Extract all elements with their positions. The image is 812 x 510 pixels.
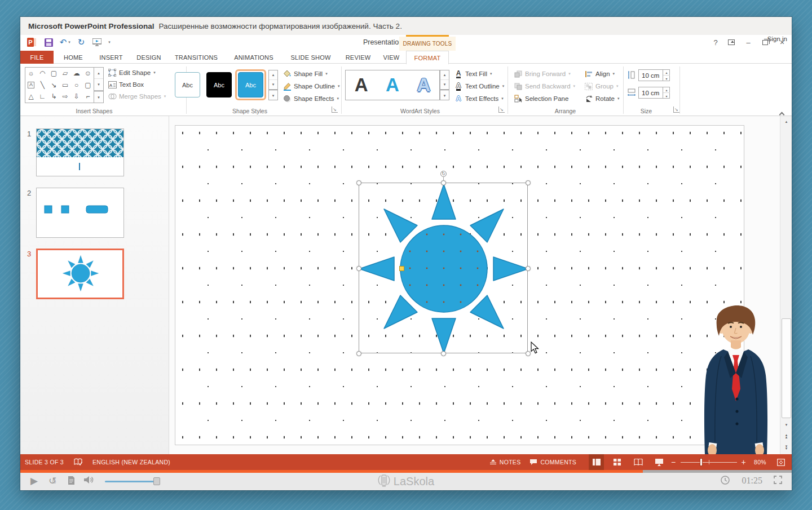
slide-2-thumbnail[interactable] — [36, 188, 124, 238]
notes-button[interactable]: NOTES — [485, 454, 526, 470]
tab-design[interactable]: DESIGN — [129, 51, 169, 64]
minimize-icon[interactable]: – — [742, 37, 754, 47]
resize-handle-w[interactable] — [356, 266, 361, 271]
shape-oval-icon[interactable]: ○ — [71, 79, 82, 91]
resize-handle-e[interactable] — [526, 266, 531, 271]
shape-parallelogram-icon[interactable]: ▱ — [59, 68, 70, 79]
selection-pane-button[interactable]: Selection Pane — [512, 93, 570, 104]
fullscreen-icon[interactable] — [774, 476, 782, 484]
shape-rounded-rect2-icon[interactable]: ▢ — [82, 79, 94, 91]
tab-review[interactable]: REVIEW — [338, 51, 378, 64]
resize-handle-se[interactable] — [526, 351, 531, 356]
adjustment-handle[interactable] — [399, 266, 404, 271]
zoom-slider[interactable] — [681, 454, 737, 470]
text-effects-button[interactable]: A Text Effects ▾ — [452, 93, 505, 104]
next-slide-icon[interactable]: ▾▾ — [782, 443, 791, 452]
text-fill-button[interactable]: A Text Fill ▾ — [452, 68, 494, 79]
shape-rounded-rectangle-icon[interactable]: ▢ — [48, 68, 59, 79]
slide-1-thumbnail[interactable] — [36, 128, 124, 176]
width-spin-up-icon[interactable]: ▴ — [663, 87, 670, 93]
zoom-level[interactable]: 80% — [747, 454, 773, 470]
spell-check-icon[interactable] — [68, 454, 88, 470]
zoom-slider-thumb[interactable] — [700, 458, 703, 466]
wordart-style-3[interactable]: A — [408, 70, 439, 100]
shape-triangle-icon[interactable]: △ — [25, 91, 37, 103]
shape-elbow-arrow-icon[interactable]: ↳ — [48, 91, 59, 103]
shape-style-thumb-1[interactable]: Abc — [175, 72, 200, 97]
shape-styles-scroll-down-icon[interactable]: ▾ — [269, 80, 277, 90]
tab-slide-show[interactable]: SLIDE SHOW — [284, 51, 338, 64]
comments-button[interactable]: COMMENTS — [525, 454, 581, 470]
shape-style-thumb-2[interactable]: Abc — [206, 72, 232, 97]
wordart-dialog-launcher-icon[interactable]: ↘ — [498, 107, 505, 113]
shape-textbox-icon[interactable]: A — [28, 82, 34, 88]
shape-outline-button[interactable]: Shape Outline ▾ — [281, 81, 341, 92]
tab-transitions[interactable]: TRANSITIONS — [169, 51, 224, 64]
resize-handle-sw[interactable] — [356, 351, 361, 356]
tab-animations[interactable]: ANIMATIONS — [224, 51, 284, 64]
gallery-scroll-up-icon[interactable]: ▴ — [94, 68, 103, 79]
slide-indicator[interactable]: SLIDE 3 OF 3 — [20, 454, 68, 470]
shape-styles-scroll-up-icon[interactable]: ▴ — [269, 70, 277, 80]
shape-effects-button[interactable]: Shape Effects ▾ — [281, 93, 341, 104]
shape-right-arrow-icon[interactable]: ⇨ — [59, 91, 70, 103]
shape-corner-icon[interactable]: ⌐ — [82, 91, 94, 103]
wordart-style-2[interactable]: A — [377, 70, 408, 100]
previous-slide-icon[interactable]: ▴▴ — [782, 432, 791, 441]
shape-down-arrow-icon[interactable]: ⇩ — [71, 91, 82, 103]
align-button[interactable]: Align ▾ — [582, 68, 616, 79]
width-spin-down-icon[interactable]: ▾ — [663, 93, 670, 99]
shape-fill-button[interactable]: Shape Fill ▾ — [281, 68, 329, 79]
tab-insert[interactable]: INSERT — [93, 51, 129, 64]
zoom-out-button[interactable]: − — [670, 458, 677, 467]
ribbon-display-options-icon[interactable] — [725, 37, 738, 47]
shape-smiley-icon[interactable]: ☺ — [82, 68, 94, 79]
gallery-more-icon[interactable]: ▾ — [94, 91, 103, 103]
shape-height-spinner[interactable]: ▴ ▾ — [663, 69, 670, 81]
shape-rectangle-icon[interactable]: ▭ — [59, 79, 70, 91]
edit-shape-button[interactable]: Edit Shape ▾ — [106, 67, 157, 78]
height-spin-down-icon[interactable]: ▾ — [663, 76, 670, 81]
slide-show-button[interactable] — [651, 454, 667, 470]
resize-handle-s[interactable] — [441, 351, 446, 356]
wordart-scroll-down-icon[interactable]: ▾ — [440, 80, 449, 90]
shape-elbow-connector-icon[interactable]: ∟ — [37, 91, 48, 103]
text-outline-button[interactable]: A Text Outline ▾ — [452, 81, 506, 92]
video-progress-track[interactable] — [20, 470, 792, 473]
wordart-style-1[interactable]: A — [346, 70, 377, 100]
shape-style-thumb-3-selected[interactable]: Abc — [238, 72, 263, 97]
tab-file[interactable]: FILE — [20, 51, 54, 64]
zoom-in-button[interactable]: + — [740, 458, 747, 467]
language-indicator[interactable]: ENGLISH (NEW ZEALAND) — [88, 454, 175, 470]
wordart-more-icon[interactable]: ▾ — [440, 90, 449, 100]
slide-3-thumbnail-selected[interactable] — [36, 249, 124, 299]
rotate-button[interactable]: Rotate ▾ — [582, 93, 621, 104]
shape-styles-more-icon[interactable]: ▾ — [269, 90, 277, 100]
rotate-handle[interactable]: ↻ — [440, 171, 447, 177]
normal-view-button[interactable] — [589, 454, 604, 470]
gallery-scroll-down-icon[interactable]: ▾ — [94, 79, 103, 90]
resize-handle-ne[interactable] — [526, 180, 531, 185]
resize-handle-nw[interactable] — [356, 180, 361, 185]
scroll-down-icon[interactable]: ▾ — [782, 420, 791, 429]
sun-shape[interactable] — [359, 183, 528, 354]
reading-view-button[interactable] — [630, 454, 646, 470]
fit-slide-to-window-icon[interactable] — [773, 454, 788, 470]
shape-line-icon[interactable]: ╲ — [37, 79, 48, 91]
scroll-up-icon[interactable]: ▴ — [782, 117, 791, 126]
tab-home[interactable]: HOME — [54, 51, 93, 64]
size-dialog-launcher-icon[interactable]: ↘ — [673, 107, 679, 113]
text-box-button[interactable]: A Text Box — [106, 79, 145, 90]
tab-format[interactable]: FORMAT — [406, 51, 449, 64]
slide-sorter-view-button[interactable] — [610, 454, 625, 470]
shape-selection-box[interactable]: ↻ — [359, 183, 528, 353]
resize-handle-n[interactable] — [441, 180, 446, 185]
vertical-scrollbar[interactable]: ▴ ▾ ▴▴ ▾▾ — [780, 116, 792, 454]
help-icon[interactable]: ? — [709, 37, 722, 47]
shape-styles-dialog-launcher-icon[interactable]: ↘ — [332, 107, 338, 113]
sign-in-link[interactable]: Sign in — [767, 36, 787, 42]
scrollbar-thumb[interactable] — [782, 318, 791, 418]
tab-view[interactable]: VIEW — [378, 51, 404, 64]
height-spin-up-icon[interactable]: ▴ — [663, 69, 670, 76]
wordart-scroll-up-icon[interactable]: ▴ — [440, 70, 449, 80]
